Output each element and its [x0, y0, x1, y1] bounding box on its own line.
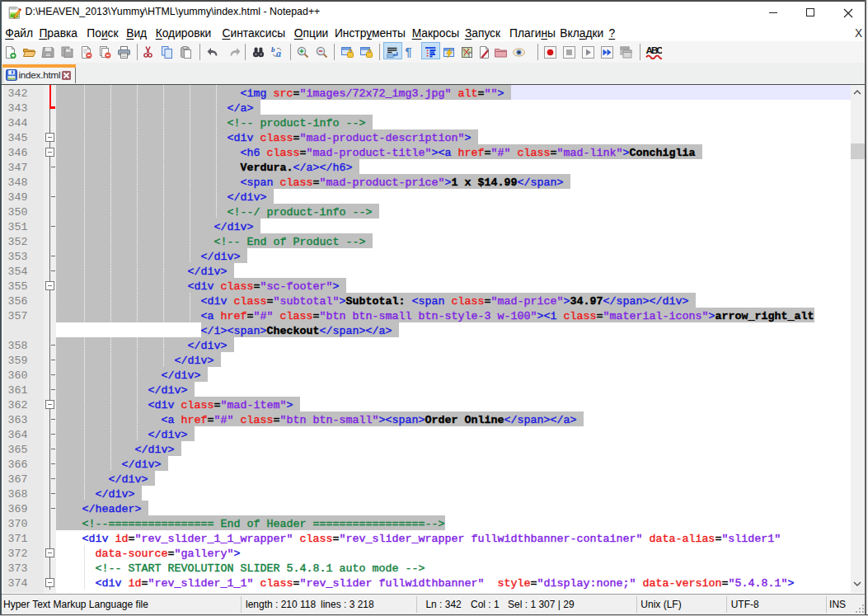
svg-text:b: b	[271, 45, 275, 54]
svg-text:¶: ¶	[406, 45, 412, 59]
svg-text:ABC: ABC	[646, 45, 663, 55]
